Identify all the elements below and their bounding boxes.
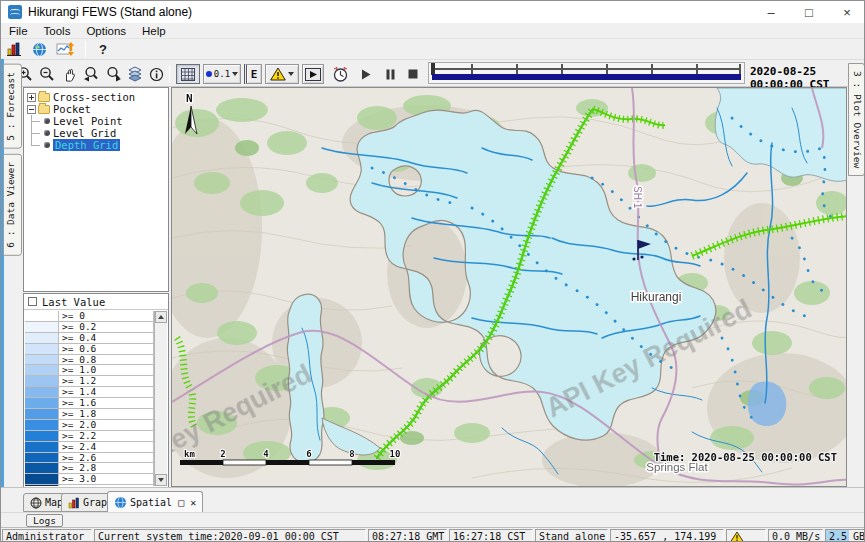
legend-color-swatch [25,463,59,473]
collapse-icon[interactable] [27,105,36,114]
map-canvas[interactable]: API Key Required API Key Required Hikura… [172,88,847,487]
tab-plot-overview[interactable]: 3 : Plot Overview [848,63,865,176]
tab-spatial[interactable]: Spatial □ ✕ [107,491,203,513]
stop-button[interactable] [404,67,422,81]
legend-row[interactable]: >= 0.6 [25,344,154,355]
bar-chart-icon [68,497,80,509]
status-transfer-rate: 0.0 MB/s [768,529,823,542]
svg-text:4: 4 [263,449,269,459]
main-toolbar: ? [1,39,865,59]
menu-bar: FileToolsOptionsHelp [1,23,865,39]
threshold-dropdown[interactable]: 0.1 [203,64,241,84]
legend-row[interactable]: >= 3.2 [25,485,154,486]
globe-icon [32,42,47,57]
zoom-next-icon [105,66,122,82]
scroll-down-button[interactable] [155,474,167,486]
toolbar-separator [169,66,170,82]
legend-color-swatch [25,431,59,441]
animation-button[interactable] [302,64,324,84]
tree-node-level-point[interactable]: Level Point [24,115,168,127]
contour-labels-button[interactable]: E [244,64,262,84]
status-memory: 2.5 GB [825,529,865,542]
layers-tree-panel: Cross-section Pocket Level Point Level G… [23,87,169,292]
scroll-up-button[interactable] [155,311,167,323]
zoom-out-button[interactable] [37,65,57,83]
layer-bullet-icon [44,118,50,124]
info-button[interactable] [146,65,166,83]
legend-color-swatch [25,344,59,354]
grid-icon [181,68,195,81]
timeline-track[interactable] [433,68,740,70]
legend-row-label: >= 3.2 [59,485,154,486]
legend-color-swatch [25,409,59,419]
menu-item[interactable]: Help [134,25,174,37]
arrow-down-icon [158,478,164,482]
legend-row-label: >= 1.8 [59,409,154,419]
minimize-button[interactable]: – [752,1,790,23]
timeline-slider[interactable] [428,62,745,84]
data-display-button[interactable] [1,41,27,57]
legend-color-swatch [25,387,59,397]
town-label: Hikurangi [631,290,682,304]
logs-button[interactable]: Logs [26,514,63,527]
tree-node-depth-grid[interactable]: Depth Grid [24,139,168,151]
legend-row-label: >= 3.0 [59,474,154,484]
map-viewport: API Key Required API Key Required Hikura… [171,87,847,487]
zoom-next-button[interactable] [103,65,123,83]
menu-item[interactable]: Tools [36,25,79,37]
pan-button[interactable] [59,65,79,83]
dock-tab-bar: Map Graph Spatial □ ✕ [1,487,865,512]
legend-row[interactable]: >= 2.4 [25,442,154,453]
tab-forecast[interactable]: 5 : Forecast [3,64,22,149]
tree-node-label: Level Point [53,115,123,127]
menu-item[interactable]: Options [78,25,134,37]
status-coordinates: -35.657 , 174.199 [610,529,724,542]
expand-icon[interactable] [27,93,36,102]
layers-icon [127,66,143,82]
grid-display-toggle[interactable] [176,64,200,84]
timeseries-display-button[interactable] [51,41,79,57]
pause-button[interactable] [381,67,399,81]
window-title: Hikurangi FEWS (Stand alone) [28,5,192,19]
legend-color-swatch [25,474,59,484]
map-display-button[interactable] [27,42,51,57]
threshold-value: 0.1 [214,69,230,79]
zoom-previous-button[interactable] [81,65,101,83]
tab-close-icon[interactable]: ✕ [190,497,196,508]
legend-row-label: >= 2.6 [59,453,154,463]
legend-row-label: >= 2.0 [59,420,154,430]
play-button[interactable] [357,67,375,81]
layer-bullet-icon [44,130,50,136]
time-settings-button[interactable] [329,64,351,84]
last-value-checkbox[interactable] [28,297,37,306]
legend-color-swatch [25,376,59,386]
legend-row-label: >= 0 [59,311,154,321]
legend-scrollbar[interactable] [154,311,167,486]
map-time-label: Time: 2020-08-25 00:00:00 CST [654,451,837,463]
svg-text:10: 10 [390,449,401,459]
legend-row-label: >= 1.4 [59,387,154,397]
layers-button[interactable] [125,65,145,83]
globe-icon [114,496,127,509]
tree-node-level-grid[interactable]: Level Grid [24,127,168,139]
close-button[interactable]: × [828,1,865,23]
warning-icon [730,531,744,542]
svg-text:km: km [184,449,195,459]
warning-icon [270,67,286,81]
tab-maximize-icon[interactable]: □ [178,497,184,508]
status-warning-cell[interactable] [726,529,766,542]
legend-color-swatch [25,420,59,430]
legend-header: Last Value [24,294,168,310]
menu-item[interactable]: File [1,25,36,37]
maximize-button[interactable]: □ [790,1,828,23]
tree-node-pocket[interactable]: Pocket [24,103,168,115]
legend-color-swatch [25,365,59,375]
zoom-previous-icon [83,66,100,82]
folder-open-icon [38,105,50,114]
tree-node-cross-section[interactable]: Cross-section [24,91,168,103]
svg-text:N: N [186,92,193,105]
warnings-dropdown[interactable] [265,64,299,84]
legend-class-list: >= 0 >= 0.2 >= 0.4 >= 0.6 >= 0.8 >= 1.0 … [25,311,154,486]
tab-data-viewer[interactable]: 6 : Data Viewer [3,154,22,256]
help-button[interactable]: ? [92,42,114,57]
